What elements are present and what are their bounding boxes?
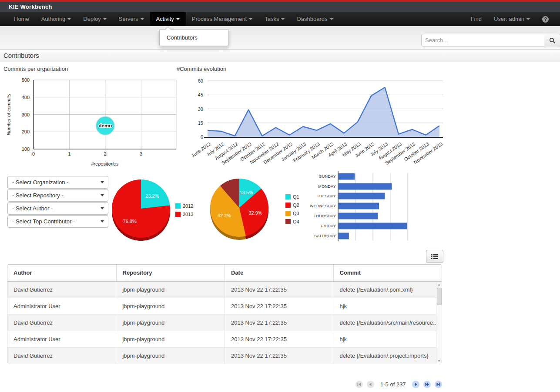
select-select-top-contributor[interactable]: - Select Top Contributor -: [7, 215, 108, 228]
svg-text:0: 0: [201, 134, 203, 140]
svg-text:Number of commits: Number of commits: [6, 93, 11, 135]
legend-swatch: [285, 194, 291, 199]
page-fast-forward-button[interactable]: [423, 381, 431, 388]
commits-by-year-pie-chart[interactable]: 23.2%76.8%: [109, 173, 178, 245]
caret-down-icon: [249, 18, 252, 20]
list-icon: [431, 254, 438, 259]
table-cell: hjk: [333, 331, 442, 347]
caret-down-icon: [101, 207, 104, 209]
nav-item-activity[interactable]: Activity: [150, 12, 186, 26]
svg-text:100: 100: [22, 146, 30, 152]
nav-item-home[interactable]: Home: [8, 12, 35, 26]
legend-swatch: [285, 203, 291, 208]
search-button[interactable]: [544, 34, 560, 47]
page-prev-button: [367, 381, 374, 388]
svg-text:45: 45: [198, 92, 203, 97]
commits-evolution-chart[interactable]: 015304560June 2012July 2012August 2012Se…: [183, 73, 450, 174]
column-header-commit[interactable]: Commit: [333, 265, 442, 281]
column-header-date[interactable]: Date: [225, 265, 333, 281]
table-body: David Gutierrezjbpm-playground2013 Nov 2…: [7, 282, 442, 364]
page-first-button: [355, 381, 363, 388]
table-cell: delete {/Evaluation/.pom.xml}: [333, 282, 442, 298]
pie-year-legend: 20122013: [175, 202, 193, 218]
nav-item-deploy[interactable]: Deploy: [77, 12, 112, 26]
svg-text:demo: demo: [98, 123, 112, 128]
select-select-author[interactable]: - Select Author -: [7, 202, 108, 215]
svg-text:500: 500: [22, 77, 30, 83]
page-last-button[interactable]: [435, 381, 442, 388]
legend-swatch: [175, 203, 181, 209]
svg-text:TUESDAY: TUESDAY: [317, 194, 336, 198]
svg-text:1: 1: [68, 151, 70, 156]
svg-text:400: 400: [22, 95, 30, 100]
table-cell: jbpm-playground: [116, 348, 224, 364]
table-cell: David Gutierrez: [7, 348, 116, 364]
caret-down-icon: [103, 18, 107, 20]
caret-down-icon: [101, 220, 104, 223]
commits-by-weekday-bar-chart[interactable]: SUNDAYMONDAYTUESDAYWEDNESDAYTHURSDAYFRID…: [305, 170, 435, 245]
scroll-up-icon[interactable]: ▲: [436, 283, 442, 286]
svg-text:SUNDAY: SUNDAY: [319, 174, 336, 179]
menu-item-contributors[interactable]: Contributors: [160, 32, 228, 43]
table-row: David Gutierrezjbpm-playground2013 Nov 2…: [7, 348, 442, 364]
nav-item-dashboards[interactable]: Dashboards: [291, 12, 339, 26]
scroll-down-icon[interactable]: ▼: [436, 359, 442, 362]
svg-text:42.2%: 42.2%: [218, 213, 231, 218]
pagination: 1-5 of 237: [353, 381, 444, 388]
commits-table: AuthorRepositoryDateCommit David Gutierr…: [7, 264, 442, 364]
nav-item-servers[interactable]: Servers: [113, 12, 150, 26]
table-rows: David Gutierrezjbpm-playground2013 Nov 2…: [7, 282, 442, 364]
table-cell: 2013 Nov 22 17:22:35: [225, 331, 333, 347]
caret-down-icon: [141, 18, 144, 20]
fast-forward-icon: [425, 382, 429, 386]
select-select-organization[interactable]: - Select Organization -: [7, 176, 108, 189]
table-cell: hjk: [333, 298, 442, 314]
brand-bar: KIE Workbench: [0, 2, 560, 12]
evolution-chart-title: #Commits evolution: [177, 66, 226, 72]
column-header-author[interactable]: Author: [7, 265, 116, 281]
caret-down-icon: [330, 18, 333, 20]
table-display-options-button[interactable]: [426, 250, 443, 263]
pie-quarter-legend: Q1Q2Q3Q4: [285, 193, 299, 226]
nav-item-authoring[interactable]: Authoring: [35, 12, 77, 26]
legend-item-2013: 2013: [175, 210, 193, 218]
commits-by-quarter-pie-chart[interactable]: 13.5%32.9%42.2%: [205, 173, 278, 245]
table-scrollbar[interactable]: ▲ ▼: [436, 282, 442, 364]
help-icon[interactable]: ?: [542, 16, 549, 23]
next-icon: [414, 382, 418, 386]
table-cell: 2013 Nov 22 17:22:35: [225, 282, 333, 298]
svg-text:SATURDAY: SATURDAY: [314, 234, 336, 238]
nav-item-find[interactable]: Find: [465, 12, 488, 26]
first-icon: [357, 382, 361, 386]
activity-dropdown-menu: Contributors: [159, 29, 229, 46]
svg-text:3: 3: [140, 151, 142, 156]
table-cell: delete {/Evaluation/.project.imports}: [333, 348, 442, 364]
svg-text:THURSDAY: THURSDAY: [314, 214, 336, 218]
legend-item-q1: Q1: [285, 193, 299, 201]
table-cell: 2013 Nov 22 17:22:35: [225, 348, 333, 364]
legend-swatch: [285, 211, 291, 216]
legend-swatch: [175, 212, 181, 217]
nav-item-tasks[interactable]: Tasks: [258, 12, 291, 26]
svg-text:0: 0: [32, 151, 35, 156]
scrollbar-thumb[interactable]: [437, 288, 442, 305]
table-cell: jbpm-playground: [116, 282, 224, 298]
page-title: Contributors: [3, 50, 39, 62]
table-cell: Administrator User: [7, 298, 116, 314]
last-icon: [436, 382, 440, 386]
table-header-row: AuthorRepositoryDateCommit: [7, 265, 442, 282]
caret-down-icon: [67, 18, 71, 20]
column-header-repository[interactable]: Repository: [116, 265, 225, 281]
table-row: David Gutierrezjbpm-playground2013 Nov 2…: [7, 282, 442, 298]
page-next-button[interactable]: [412, 381, 419, 388]
caret-down-icon: [101, 194, 104, 196]
table-row: Administrator Userjbpm-playground2013 No…: [7, 331, 442, 348]
nav-item-process-management[interactable]: Process Management: [186, 12, 258, 26]
select-select-repository[interactable]: - Select Repository -: [7, 189, 108, 202]
search-input[interactable]: [421, 34, 548, 47]
nav-item-user[interactable]: User: admin: [488, 12, 536, 26]
caret-down-icon: [281, 18, 285, 20]
commits-per-organization-chart[interactable]: 1002003004005000123Number of commits#rep…: [0, 74, 187, 175]
nav-right-group: Find User: admin ?: [465, 12, 552, 26]
table-cell: delete {/Evaluation/src/main/resource...: [333, 315, 442, 331]
